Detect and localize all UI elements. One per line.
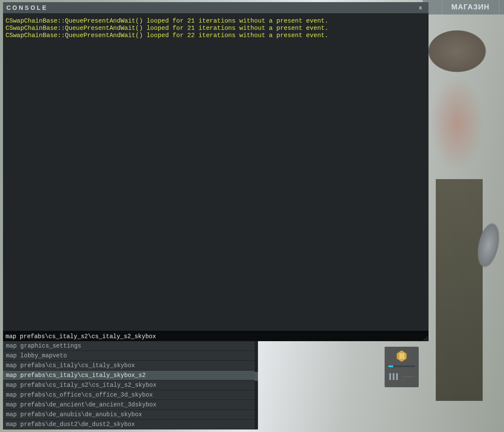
autocomplete-item[interactable]: map lobby_mapveto [3, 351, 258, 361]
autocomplete-scroll-thumb[interactable] [255, 372, 258, 381]
console-title-text: CONSOLE [6, 4, 48, 11]
svg-rect-3 [403, 353, 404, 359]
rank-widget [385, 347, 419, 387]
autocomplete-item[interactable]: map prefabs\cs_italy\cs_italy_skybox_s2 [3, 371, 258, 380]
svg-rect-2 [401, 353, 403, 359]
console-log-line: CSwapChainBase::QueuePresentAndWait() lo… [6, 32, 426, 39]
topnav-divider [499, 0, 504, 14]
autocomplete-item[interactable]: map prefabs\de_ancient\de_ancient_3dskyb… [3, 400, 258, 410]
console-titlebar[interactable]: CONSOLE x [3, 2, 429, 13]
autocomplete-item[interactable]: map prefabs\cs_italy_s2\cs_italy_s2_skyb… [3, 380, 258, 390]
console-input-row [3, 331, 429, 341]
console-log-line: CSwapChainBase::QueuePresentAndWait() lo… [6, 25, 426, 32]
console-close-button[interactable]: x [417, 3, 425, 11]
rank-stripes-icon [389, 373, 414, 380]
console-log-area[interactable]: CSwapChainBase::QueuePresentAndWait() lo… [3, 13, 429, 331]
console-log-line: CSwapChainBase::QueuePresentAndWait() lo… [6, 17, 426, 25]
rank-progress-bar [388, 365, 415, 367]
autocomplete-scrollbar[interactable] [255, 341, 258, 429]
console-input[interactable] [6, 333, 426, 340]
topnav-shop-label: МАГАЗИН [452, 3, 490, 12]
close-icon: x [419, 4, 423, 11]
topnav-shop[interactable]: МАГАЗИН [442, 0, 499, 14]
autocomplete-item[interactable]: map prefabs\de_anubis\de_anubis_skybox [3, 410, 258, 420]
topnav: МАГАЗИН [423, 0, 504, 14]
rank-badge-icon [392, 349, 411, 363]
autocomplete-item[interactable]: map prefabs\cs_italy\cs_italy_skybox [3, 361, 258, 371]
autocomplete-item[interactable]: map prefabs\de_dust2\de_dust2_skybox [3, 420, 258, 429]
autocomplete-item[interactable]: map prefabs\cs_office\cs_office_3d_skybo… [3, 390, 258, 400]
svg-line-6 [427, 340, 428, 341]
console-window: CONSOLE x CSwapChainBase::QueuePresentAn… [3, 2, 429, 341]
autocomplete-item[interactable]: map graphics_settings [3, 341, 258, 351]
autocomplete-dropdown: map graphics_settingsmap lobby_mapvetoma… [3, 341, 258, 429]
svg-rect-1 [400, 353, 401, 359]
